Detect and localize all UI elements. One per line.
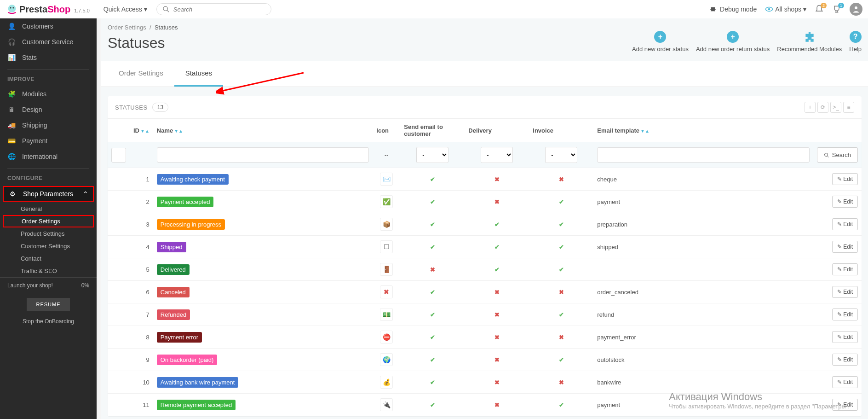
email-flag[interactable]: ✔ — [400, 213, 465, 236]
add-order-status-button[interactable]: + Add new order status — [632, 31, 689, 52]
filter-name-input[interactable] — [157, 147, 369, 163]
sidebar-item-payment[interactable]: 💳 Payment — [0, 133, 97, 149]
edit-button[interactable]: ✎ Edit — [832, 354, 858, 366]
email-flag[interactable]: ✔ — [400, 168, 465, 191]
invoice-flag[interactable]: ✖ — [529, 371, 593, 394]
table-row[interactable]: 4 Shipped ☐ ✔ ✔ ✔ shipped ✎ Edit — [108, 236, 862, 258]
debug-mode-toggle[interactable]: Debug mode — [709, 5, 757, 13]
breadcrumb-order-settings[interactable]: Order Settings — [108, 24, 146, 31]
edit-button[interactable]: ✎ Edit — [832, 331, 858, 343]
delivery-flag[interactable]: ✖ — [465, 349, 529, 371]
filter-email-select[interactable]: - — [416, 147, 448, 163]
sidebar-item-design[interactable]: 🖥 Design — [0, 102, 97, 117]
email-flag[interactable]: ✔ — [400, 281, 465, 303]
logo[interactable]: PrestaShop 1.7.5.0 — [6, 3, 90, 16]
delivery-flag[interactable]: ✖ — [465, 326, 529, 349]
delivery-flag[interactable]: ✔ — [465, 236, 529, 258]
delivery-flag[interactable]: ✖ — [465, 303, 529, 326]
email-flag[interactable]: ✔ — [400, 349, 465, 371]
email-flag[interactable]: ✖ — [400, 258, 465, 281]
table-row[interactable]: 9 On backorder (paid) 🌍 ✔ ✖ ✔ outofstock… — [108, 349, 862, 371]
sidebar-item-modules[interactable]: 🧩 Modules — [0, 86, 97, 102]
notifications-button[interactable]: 2 — [815, 5, 824, 14]
help-button[interactable]: ? Help — [849, 31, 862, 52]
invoice-flag[interactable]: ✔ — [529, 394, 593, 416]
sidebar-item-shop-parameters[interactable]: ⚙ Shop Parameters ⌃ — [3, 186, 94, 202]
filter-invoice-select[interactable]: - — [545, 147, 577, 163]
edit-button[interactable]: ✎ Edit — [832, 308, 858, 320]
sidebar-sub-general[interactable]: General — [0, 203, 97, 215]
invoice-flag[interactable]: ✔ — [529, 303, 593, 326]
filter-search-button[interactable]: Search — [817, 147, 858, 163]
cart-notif-button[interactable]: 1 — [832, 5, 841, 14]
table-row[interactable]: 6 Canceled ✖ ✔ ✖ ✖ order_canceled ✎ Edit — [108, 281, 862, 303]
invoice-flag[interactable]: ✔ — [529, 213, 593, 236]
delivery-flag[interactable]: ✖ — [465, 371, 529, 394]
edit-button[interactable]: ✎ Edit — [832, 173, 858, 185]
table-row[interactable]: 8 Payment error ⛔ ✔ ✖ ✖ payment_error ✎ … — [108, 326, 862, 349]
search-input[interactable] — [173, 6, 265, 13]
delivery-flag[interactable]: ✖ — [465, 168, 529, 191]
sidebar-item-stats[interactable]: 📊 Stats — [0, 50, 97, 65]
panel-refresh-button[interactable]: ⟳ — [817, 102, 828, 113]
delivery-flag[interactable]: ✔ — [465, 213, 529, 236]
table-row[interactable]: 1 Awaiting check payment ✉️ ✔ ✖ ✖ cheque… — [108, 168, 862, 191]
edit-button[interactable]: ✎ Edit — [832, 196, 858, 208]
panel-sql-button[interactable]: >_ — [830, 102, 841, 113]
filter-template-input[interactable] — [597, 147, 810, 163]
email-flag[interactable]: ✔ — [400, 236, 465, 258]
email-flag[interactable]: ✔ — [400, 303, 465, 326]
delivery-flag[interactable]: ✔ — [465, 258, 529, 281]
sidebar-sub-product-settings[interactable]: Product Settings — [0, 227, 97, 240]
sidebar-item-international[interactable]: 🌐 International — [0, 149, 97, 164]
filter-delivery-select[interactable]: - — [481, 147, 513, 163]
edit-button[interactable]: ✎ Edit — [832, 376, 858, 388]
panel-export-button[interactable]: ≡ — [843, 102, 854, 113]
avatar-button[interactable] — [850, 3, 862, 16]
email-flag[interactable]: ✔ — [400, 191, 465, 213]
tab-statuses[interactable]: Statuses — [174, 61, 223, 87]
table-row[interactable]: 11 Remote payment accepted 🔌 ✔ ✖ ✔ payme… — [108, 394, 862, 416]
invoice-flag[interactable]: ✔ — [529, 258, 593, 281]
edit-button[interactable]: ✎ Edit — [832, 263, 858, 275]
edit-button[interactable]: ✎ Edit — [832, 218, 858, 230]
table-row[interactable]: 3 Processing in progress 📦 ✔ ✔ ✔ prepara… — [108, 213, 862, 236]
invoice-flag[interactable]: ✔ — [529, 236, 593, 258]
tab-order-settings[interactable]: Order Settings — [108, 61, 174, 87]
invoice-flag[interactable]: ✔ — [529, 191, 593, 213]
all-shops-dropdown[interactable]: All shops ▾ — [765, 5, 806, 13]
delivery-flag[interactable]: ✖ — [465, 281, 529, 303]
table-row[interactable]: 10 Awaiting bank wire payment 💰 ✔ ✖ ✖ ba… — [108, 371, 862, 394]
edit-button[interactable]: ✎ Edit — [832, 399, 858, 411]
sidebar-item-shipping[interactable]: 🚚 Shipping — [0, 117, 97, 133]
sidebar-item-customer-service[interactable]: 🎧 Customer Service — [0, 34, 97, 50]
table-row[interactable]: 2 Payment accepted ✅ ✔ ✖ ✔ payment ✎ Edi… — [108, 191, 862, 213]
sidebar-item-customers[interactable]: 👤 Customers — [0, 18, 97, 34]
invoice-flag[interactable]: ✔ — [529, 349, 593, 371]
edit-button[interactable]: ✎ Edit — [832, 241, 858, 253]
edit-button[interactable]: ✎ Edit — [832, 286, 858, 298]
recommended-modules-button[interactable]: Recommended Modules — [777, 31, 842, 52]
sidebar-sub-contact[interactable]: Contact — [0, 252, 97, 265]
email-flag[interactable]: ✔ — [400, 394, 465, 416]
sidebar-sub-order-settings[interactable]: Order Settings — [3, 215, 94, 227]
delivery-flag[interactable]: ✖ — [465, 191, 529, 213]
quick-access-dropdown[interactable]: Quick Access ▾ — [103, 6, 147, 13]
sidebar-sub-traffic[interactable]: Traffic & SEO — [0, 265, 97, 277]
add-return-status-button[interactable]: + Add new order return status — [696, 31, 770, 52]
sidebar-sub-customer-settings[interactable]: Customer Settings — [0, 240, 97, 252]
col-email-template[interactable]: Email template▼▲ — [593, 119, 813, 142]
table-row[interactable]: 7 Refunded 💵 ✔ ✖ ✔ refund ✎ Edit — [108, 303, 862, 326]
panel-add-button[interactable]: + — [805, 102, 816, 113]
resume-button[interactable]: RESUME — [27, 298, 69, 311]
stop-onboarding-link[interactable]: Stop the OnBoarding — [0, 315, 97, 327]
email-flag[interactable]: ✔ — [400, 371, 465, 394]
col-name[interactable]: Name▼▲ — [153, 119, 373, 142]
search-box[interactable] — [156, 3, 271, 15]
col-id[interactable]: ID▼▲ — [130, 119, 153, 142]
filter-select-all[interactable] — [111, 148, 126, 163]
delivery-flag[interactable]: ✖ — [465, 394, 529, 416]
invoice-flag[interactable]: ✖ — [529, 168, 593, 191]
invoice-flag[interactable]: ✖ — [529, 326, 593, 349]
invoice-flag[interactable]: ✖ — [529, 281, 593, 303]
